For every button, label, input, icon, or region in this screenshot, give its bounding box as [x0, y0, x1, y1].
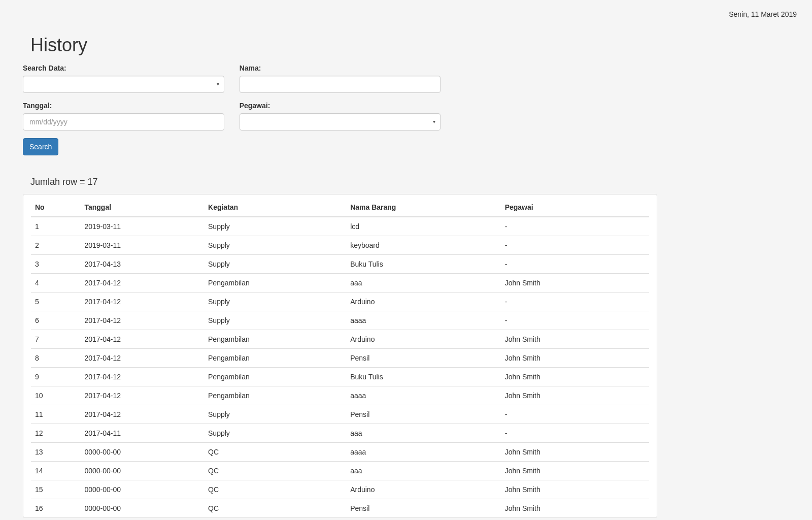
table-cell-no: 16 — [31, 499, 80, 518]
table-header-pegawai: Pegawai — [501, 194, 649, 217]
table-cell-pegawai: John Smith — [501, 462, 649, 480]
table-header-namabarang: Nama Barang — [346, 194, 501, 217]
table-cell-namabarang: aaa — [346, 274, 501, 292]
nama-label: Nama: — [240, 63, 261, 73]
table-cell-tanggal: 2017-04-12 — [80, 330, 204, 349]
table-cell-namabarang: Buku Tulis — [346, 368, 501, 386]
table-cell-namabarang: Arduino — [346, 292, 501, 311]
table-cell-tanggal: 0000-00-00 — [80, 499, 204, 518]
table-cell-no: 9 — [31, 368, 80, 386]
table-cell-no: 12 — [31, 424, 80, 443]
search-button[interactable]: Search — [23, 138, 58, 155]
table-cell-pegawai: John Smith — [501, 274, 649, 292]
table-cell-tanggal: 0000-00-00 — [80, 462, 204, 480]
nama-input[interactable] — [240, 76, 441, 93]
table-cell-tanggal: 2017-04-12 — [80, 292, 204, 311]
table-row: 150000-00-00QCArduinoJohn Smith — [31, 480, 649, 499]
search-data-select[interactable] — [23, 76, 224, 93]
table-cell-pegawai: John Smith — [501, 368, 649, 386]
table-cell-pegawai: - — [501, 424, 649, 443]
table-cell-no: 3 — [31, 255, 80, 274]
table-cell-no: 8 — [31, 349, 80, 368]
table-cell-no: 2 — [31, 236, 80, 255]
table-cell-no: 1 — [31, 217, 80, 236]
table-cell-namabarang: Arduino — [346, 480, 501, 499]
table-cell-kegiatan: Supply — [204, 405, 346, 424]
table-cell-kegiatan: Pengambilan — [204, 330, 346, 349]
table-header-tanggal: Tanggal — [80, 194, 204, 217]
table-row: 122017-04-11Supplyaaa- — [31, 424, 649, 443]
date-header: Senin, 11 Maret 2019 — [0, 0, 812, 19]
table-cell-tanggal: 2017-04-12 — [80, 368, 204, 386]
table-cell-namabarang: Pensil — [346, 499, 501, 518]
table-cell-pegawai: - — [501, 292, 649, 311]
table-cell-namabarang: aaaa — [346, 443, 501, 462]
table-cell-kegiatan: Supply — [204, 292, 346, 311]
table-cell-namabarang: Pensil — [346, 349, 501, 368]
search-data-label: Search Data: — [23, 63, 66, 73]
table-cell-no: 13 — [31, 443, 80, 462]
table-row: 42017-04-12PengambilanaaaJohn Smith — [31, 274, 649, 292]
table-cell-namabarang: keyboard — [346, 236, 501, 255]
table-cell-tanggal: 2017-04-12 — [80, 405, 204, 424]
table-cell-no: 15 — [31, 480, 80, 499]
table-row: 72017-04-12PengambilanArduinoJohn Smith — [31, 330, 649, 349]
table-cell-pegawai: - — [501, 236, 649, 255]
row-count: Jumlah row = 17 — [23, 176, 657, 189]
table-cell-kegiatan: Supply — [204, 217, 346, 236]
table-cell-pegawai: - — [501, 311, 649, 330]
table-cell-pegawai: John Smith — [501, 443, 649, 462]
table-cell-kegiatan: QC — [204, 499, 346, 518]
pegawai-label: Pegawai: — [240, 101, 270, 111]
table-cell-pegawai: - — [501, 217, 649, 236]
table-row: 130000-00-00QCaaaaJohn Smith — [31, 443, 649, 462]
table-row: 22019-03-11Supplykeyboard- — [31, 236, 649, 255]
table-cell-tanggal: 0000-00-00 — [80, 443, 204, 462]
table-header-no: No — [31, 194, 80, 217]
table-cell-kegiatan: Supply — [204, 311, 346, 330]
table-cell-tanggal: 2019-03-11 — [80, 217, 204, 236]
table-row: 12019-03-11Supplylcd- — [31, 217, 649, 236]
table-cell-kegiatan: Supply — [204, 255, 346, 274]
table-cell-namabarang: aaa — [346, 424, 501, 443]
table-cell-no: 7 — [31, 330, 80, 349]
table-cell-no: 11 — [31, 405, 80, 424]
table-cell-kegiatan: Pengambilan — [204, 386, 346, 405]
table-cell-pegawai: John Smith — [501, 349, 649, 368]
table-cell-kegiatan: QC — [204, 443, 346, 462]
table-cell-namabarang: Arduino — [346, 330, 501, 349]
table-cell-pegawai: John Smith — [501, 480, 649, 499]
table-cell-pegawai: - — [501, 255, 649, 274]
table-cell-pegawai: John Smith — [501, 330, 649, 349]
table-cell-namabarang: Buku Tulis — [346, 255, 501, 274]
table-row: 92017-04-12PengambilanBuku TulisJohn Smi… — [31, 368, 649, 386]
table-row: 52017-04-12SupplyArduino- — [31, 292, 649, 311]
table-cell-kegiatan: Pengambilan — [204, 368, 346, 386]
table-cell-pegawai: John Smith — [501, 386, 649, 405]
table-row: 160000-00-00QCPensilJohn Smith — [31, 499, 649, 518]
table-header-kegiatan: Kegiatan — [204, 194, 346, 217]
table-cell-kegiatan: QC — [204, 480, 346, 499]
table-cell-tanggal: 2017-04-12 — [80, 311, 204, 330]
table-row: 112017-04-12SupplyPensil- — [31, 405, 649, 424]
table-cell-no: 10 — [31, 386, 80, 405]
table-cell-tanggal: 2017-04-11 — [80, 424, 204, 443]
table-cell-no: 4 — [31, 274, 80, 292]
table-cell-tanggal: 2017-04-13 — [80, 255, 204, 274]
table-cell-no: 6 — [31, 311, 80, 330]
table-cell-kegiatan: Supply — [204, 236, 346, 255]
table-cell-pegawai: - — [501, 405, 649, 424]
table-row: 82017-04-12PengambilanPensilJohn Smith — [31, 349, 649, 368]
table-cell-kegiatan: Pengambilan — [204, 349, 346, 368]
pegawai-select[interactable] — [240, 113, 441, 131]
table-cell-namabarang: Pensil — [346, 405, 501, 424]
table-cell-pegawai: John Smith — [501, 499, 649, 518]
table-row: 102017-04-12PengambilanaaaaJohn Smith — [31, 386, 649, 405]
table-row: 32017-04-13SupplyBuku Tulis- — [31, 255, 649, 274]
table-cell-kegiatan: QC — [204, 462, 346, 480]
table-cell-no: 14 — [31, 462, 80, 480]
history-table: No Tanggal Kegiatan Nama Barang Pegawai … — [31, 194, 649, 517]
page-title: History — [23, 32, 657, 58]
tanggal-input[interactable] — [23, 113, 224, 131]
tanggal-label: Tanggal: — [23, 101, 52, 111]
